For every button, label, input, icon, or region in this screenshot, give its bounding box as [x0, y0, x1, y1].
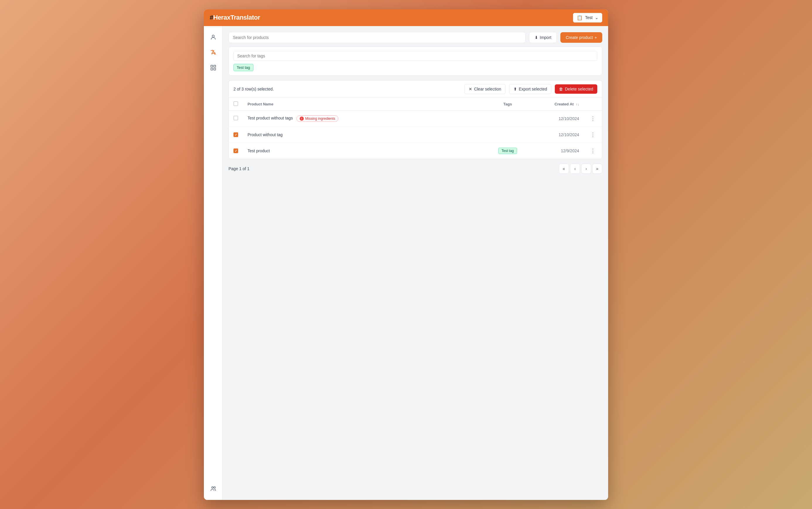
header: #HeraxTranslator 📋 Test ⌄ — [204, 9, 608, 26]
row2-tags-cell — [478, 127, 537, 143]
create-product-button[interactable]: Create product + — [561, 32, 602, 43]
workspace-selector[interactable]: 📋 Test ⌄ — [573, 13, 602, 23]
row1-date-cell: 12/10/2024 — [537, 110, 584, 127]
row2-more-button[interactable]: ⋮ — [588, 131, 597, 138]
page-controls: « ‹ › » — [559, 164, 602, 174]
table-toolbar: 2 of 3 row(s) selected. ✕ Clear selectio… — [229, 80, 602, 98]
export-selected-button[interactable]: ⬆ Export selected — [509, 84, 551, 94]
row3-date-cell: 12/9/2024 — [537, 143, 584, 159]
row3-tag-chip: Test tag — [498, 147, 517, 154]
row1-product-name: Test product without tags — [247, 116, 293, 121]
sidebar-item-profile[interactable] — [207, 31, 220, 44]
row1-tags-cell — [478, 110, 537, 127]
row3-checkbox[interactable] — [233, 148, 238, 153]
tags-header-label: Tags — [503, 102, 512, 106]
search-input[interactable] — [229, 32, 526, 43]
row1-date: 12/10/2024 — [559, 116, 579, 121]
row1-checkbox[interactable] — [233, 116, 238, 121]
header-tags: Tags — [478, 98, 537, 111]
row3-actions-cell: ⋮ — [584, 143, 602, 159]
row1-more-button[interactable]: ⋮ — [588, 115, 597, 123]
table-row: Product without tag 12/10/2024 ⋮ — [229, 127, 602, 143]
svg-point-6 — [213, 486, 215, 488]
prev-page-button[interactable]: ‹ — [570, 164, 580, 174]
selection-info: 2 of 3 row(s) selected. — [233, 87, 461, 91]
products-table: Product Name Tags Created At ↑↓ — [229, 98, 602, 159]
row3-checkbox-cell — [229, 143, 243, 159]
export-selected-label: Export selected — [519, 87, 547, 91]
delete-selected-label: Delete selected — [565, 87, 593, 91]
row3-product-name: Test product — [247, 148, 270, 153]
sidebar-item-users[interactable] — [207, 482, 220, 495]
row3-tag-label: Test tag — [502, 149, 514, 153]
filter-area: Test tag — [229, 46, 602, 75]
main-layout: ⬇ Import Create product + Test tag — [204, 26, 608, 500]
table-row: Test product Test tag 12/9/2024 — [229, 143, 602, 159]
app-window: #HeraxTranslator 📋 Test ⌄ — [204, 9, 608, 500]
workspace-icon: 📋 — [577, 15, 583, 21]
x-icon: ✕ — [469, 87, 472, 91]
row1-missing-badge: ! Missing ingredients — [297, 115, 339, 122]
row2-actions-cell: ⋮ — [584, 127, 602, 143]
last-page-button[interactable]: » — [592, 164, 602, 174]
clear-selection-label: Clear selection — [474, 87, 501, 91]
row2-date: 12/10/2024 — [559, 132, 579, 137]
page-info: Page 1 of 1 — [229, 166, 249, 171]
active-tag-chip[interactable]: Test tag — [233, 64, 253, 71]
active-tag-label: Test tag — [237, 65, 250, 70]
row2-product-name-cell: Product without tag — [243, 127, 478, 143]
row1-checkbox-cell — [229, 110, 243, 127]
row3-more-button[interactable]: ⋮ — [588, 147, 597, 155]
row3-product-name-cell: Test product — [243, 143, 478, 159]
header-product-name: Product Name — [243, 98, 478, 111]
table-area: 2 of 3 row(s) selected. ✕ Clear selectio… — [229, 80, 602, 159]
clear-selection-button[interactable]: ✕ Clear selection — [464, 84, 506, 94]
sort-icon: ↑↓ — [576, 102, 579, 106]
trash-icon: 🗑 — [559, 87, 563, 91]
content-area: ⬇ Import Create product + Test tag — [223, 26, 608, 500]
row2-checkbox-cell — [229, 127, 243, 143]
chevron-icon: ⌄ — [595, 15, 599, 20]
pagination: Page 1 of 1 « ‹ › » — [229, 159, 602, 175]
import-label: Import — [540, 35, 551, 40]
table-header-row: Product Name Tags Created At ↑↓ — [229, 98, 602, 111]
first-page-button[interactable]: « — [559, 164, 569, 174]
app-logo: #HeraxTranslator — [210, 14, 260, 22]
missing-icon: ! — [300, 116, 304, 121]
header-checkbox-col — [229, 98, 243, 111]
import-button[interactable]: ⬇ Import — [529, 32, 557, 43]
import-icon: ⬇ — [535, 35, 538, 40]
sidebar — [204, 26, 223, 500]
sidebar-item-translations[interactable] — [207, 46, 220, 59]
svg-rect-4 — [213, 68, 215, 70]
header-created-at[interactable]: Created At ↑↓ — [537, 98, 584, 111]
row1-actions-cell: ⋮ — [584, 110, 602, 127]
delete-selected-button[interactable]: 🗑 Delete selected — [555, 84, 597, 94]
svg-rect-1 — [211, 65, 212, 67]
row3-date: 12/9/2024 — [561, 148, 579, 153]
row1-product-name-cell: Test product without tags ! Missing ingr… — [243, 110, 478, 127]
svg-rect-2 — [213, 65, 215, 67]
sidebar-item-grid[interactable] — [207, 61, 220, 74]
product-name-header-label: Product Name — [247, 102, 273, 106]
top-bar: ⬇ Import Create product + — [229, 32, 602, 43]
row1-missing-label: Missing ingredients — [305, 116, 335, 121]
export-icon: ⬆ — [513, 87, 517, 91]
header-actions-col — [584, 98, 602, 111]
row2-product-name: Product without tag — [247, 132, 283, 137]
table-body: Test product without tags ! Missing ingr… — [229, 110, 602, 159]
plus-icon: + — [595, 35, 597, 40]
workspace-label: Test — [585, 15, 593, 20]
next-page-button[interactable]: › — [581, 164, 591, 174]
svg-point-0 — [212, 35, 214, 37]
svg-point-5 — [211, 486, 213, 488]
table-row: Test product without tags ! Missing ingr… — [229, 110, 602, 127]
create-label: Create product — [566, 35, 593, 40]
row2-date-cell: 12/10/2024 — [537, 127, 584, 143]
svg-rect-3 — [211, 68, 212, 70]
select-all-checkbox[interactable] — [233, 101, 238, 106]
row2-checkbox[interactable] — [233, 132, 238, 137]
tag-search-input[interactable] — [233, 51, 597, 61]
row3-tags-cell: Test tag — [478, 143, 537, 159]
created-at-header-label: Created At — [554, 102, 574, 106]
